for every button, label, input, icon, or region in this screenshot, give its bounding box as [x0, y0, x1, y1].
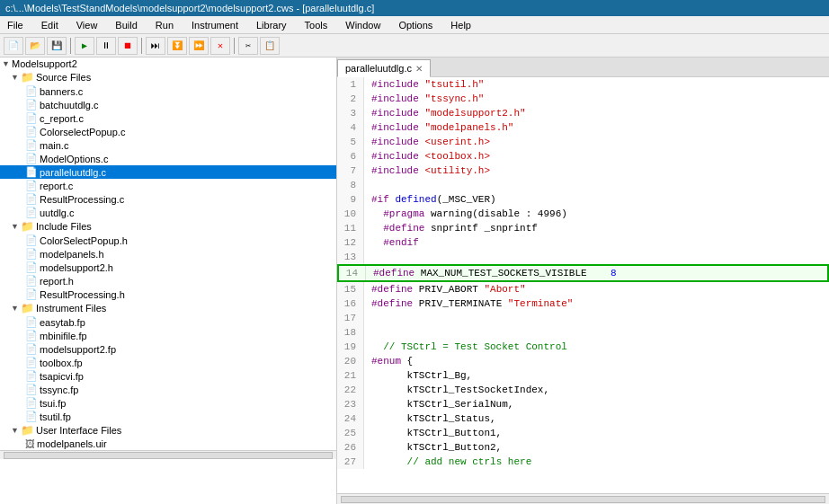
menu-item-help[interactable]: Help — [447, 19, 475, 31]
file-icon: 📄 — [25, 180, 38, 191]
code-line-9: 9 #if defined(_MSC_VER) — [337, 192, 829, 207]
file-modelpanels-h[interactable]: 📄modelpanels.h — [0, 247, 336, 261]
line-content-22: kTSCtrl_TestSocketIndex, — [364, 383, 549, 397]
menu-item-instrument[interactable]: Instrument — [188, 19, 242, 31]
code-line-23: 23 kTSCtrl_SerialNum, — [337, 397, 829, 411]
file-main[interactable]: 📄main.c — [0, 138, 336, 152]
line-num-22: 22 — [337, 383, 364, 397]
tree-source-files[interactable]: ▼ 📁 Source Files — [0, 70, 336, 84]
file-tree[interactable]: ▼ Modelsupport2 ▼ 📁 Source Files 📄banner… — [0, 57, 337, 504]
file-uutdlg[interactable]: 📄uutdlg.c — [0, 206, 336, 219]
copy-btn[interactable]: 📋 — [260, 37, 280, 55]
file-batchuutdlg[interactable]: 📄batchuutdlg.c — [0, 98, 336, 111]
tab-paralleluutdlg[interactable]: paralleluutdlg.c ✕ — [337, 59, 431, 77]
stop-btn[interactable]: ⏹ — [118, 37, 138, 55]
file-icon: 📄 — [25, 166, 38, 178]
menu-item-file[interactable]: File — [4, 19, 27, 31]
code-line-4: 4 #include "modelpanels.h" — [337, 120, 829, 135]
line-num-9: 9 — [337, 192, 364, 207]
file-icon: 📄 — [25, 248, 38, 260]
title-text: c:\...\Models\TestStandModels\modelsuppo… — [5, 3, 374, 13]
step3-btn[interactable]: ⏩ — [189, 37, 209, 55]
line-content-26: kTSCtrl_Button2, — [364, 440, 502, 455]
code-line-15: 15 #define PRIV_ABORT "Abort" — [337, 282, 829, 296]
line-num-10: 10 — [337, 207, 364, 221]
menu-item-edit[interactable]: Edit — [38, 19, 62, 31]
file-toolbox-fp[interactable]: 📄toolbox.fp — [0, 356, 336, 369]
line-content-2: #include "tssync.h" — [364, 92, 484, 106]
abort-btn[interactable]: ✕ — [210, 37, 230, 55]
include-folder-icon: 📁 — [21, 220, 34, 233]
line-num-6: 6 — [337, 149, 364, 164]
line-content-4: #include "modelpanels.h" — [364, 120, 513, 135]
instrument-folder-icon: 📁 — [21, 302, 34, 314]
menu-item-library[interactable]: Library — [253, 19, 290, 31]
code-editor[interactable]: paralleluutdlg.c ✕ 1 #include "tsutil.h"… — [337, 57, 829, 504]
file-resultprocessing[interactable]: 📄ResultProcessing.c — [0, 192, 336, 206]
line-num-12: 12 — [337, 235, 364, 250]
menu-item-tools[interactable]: Tools — [301, 19, 332, 31]
file-paralleluutdlg[interactable]: 📄paralleluutdlg.c — [0, 165, 336, 179]
tree-ui-files[interactable]: ▼ 📁 User Interface Files — [0, 423, 336, 438]
menu-item-window[interactable]: Window — [342, 19, 384, 31]
line-content-19: // TSCtrl = Test Socket Control — [364, 340, 567, 354]
menu-item-options[interactable]: Options — [395, 19, 436, 31]
sep1 — [70, 38, 71, 54]
file-modelsupport2-h[interactable]: 📄modelsupport2.h — [0, 261, 336, 274]
include-expand: ▼ — [11, 222, 20, 231]
file-modelpanels-uir[interactable]: 🖼modelpanels.uir — [0, 438, 336, 450]
file-tsutil[interactable]: 📄tsutil.fp — [0, 410, 336, 423]
file-tsui[interactable]: 📄tsui.fp — [0, 396, 336, 410]
tree-include-files[interactable]: ▼ 📁 Include Files — [0, 219, 336, 234]
step-btn[interactable]: ⏭ — [146, 37, 165, 55]
file-colorselect[interactable]: 📄ColorselectPopup.c — [0, 125, 336, 138]
pause-btn[interactable]: ⏸ — [96, 37, 116, 55]
file-tssync[interactable]: 📄tssync.fp — [0, 383, 336, 396]
line-content-17 — [364, 311, 371, 325]
file-icon: 📄 — [25, 411, 38, 422]
line-num-5: 5 — [337, 135, 364, 149]
file-easytab[interactable]: 📄easytab.fp — [0, 315, 336, 329]
source-expand: ▼ — [11, 73, 20, 82]
run-btn[interactable]: ▶ — [75, 37, 94, 55]
tree-root[interactable]: ▼ Modelsupport2 — [0, 57, 336, 70]
menu-item-run[interactable]: Run — [152, 19, 177, 31]
menu-item-build[interactable]: Build — [111, 19, 140, 31]
step2-btn[interactable]: ⏬ — [167, 37, 187, 55]
file-c-report[interactable]: 📄c_report.c — [0, 111, 336, 125]
new-btn[interactable]: 📄 — [4, 37, 23, 55]
code-line-21: 21 kTSCtrl_Bg, — [337, 368, 829, 383]
line-num-3: 3 — [337, 106, 364, 120]
line-content-16: #define PRIV_TERMINATE "Terminate" — [364, 296, 573, 311]
file-modeloptions[interactable]: 📄ModelOptions.c — [0, 152, 336, 165]
line-num-16: 16 — [337, 296, 364, 311]
file-report[interactable]: 📄report.c — [0, 179, 336, 192]
file-icon: 📄 — [25, 112, 38, 124]
line-num-13: 13 — [337, 250, 364, 264]
line-num-7: 7 — [337, 164, 364, 178]
line-num-26: 26 — [337, 440, 364, 455]
code-area[interactable]: 1 #include "tsutil.h" 2 #include "tssync… — [337, 77, 829, 493]
tree-scrollbar[interactable] — [0, 450, 336, 459]
code-line-16: 16 #define PRIV_TERMINATE "Terminate" — [337, 296, 829, 311]
file-icon: 📄 — [25, 316, 38, 328]
line-num-20: 20 — [337, 354, 364, 368]
line-content-15: #define PRIV_ABORT "Abort" — [364, 282, 526, 296]
file-resultprocessing-h[interactable]: 📄ResultProcessing.h — [0, 287, 336, 301]
file-colorselectpopup-h[interactable]: 📄ColorSelectPopup.h — [0, 234, 336, 247]
line-content-27: // add new ctrls here — [364, 455, 531, 469]
horizontal-scrollbar[interactable] — [337, 493, 829, 504]
cut-btn[interactable]: ✂ — [238, 37, 258, 55]
file-banners[interactable]: 📄banners.c — [0, 84, 336, 98]
tab-close-btn[interactable]: ✕ — [415, 64, 423, 74]
save-btn[interactable]: 💾 — [47, 37, 67, 55]
line-content-23: kTSCtrl_SerialNum, — [364, 397, 513, 411]
file-mbinifile[interactable]: 📄mbinifile.fp — [0, 329, 336, 342]
code-line-7: 7 #include <utility.h> — [337, 164, 829, 178]
file-tsapicvi[interactable]: 📄tsapicvi.fp — [0, 369, 336, 383]
file-report-h[interactable]: 📄report.h — [0, 274, 336, 287]
tree-instrument-files[interactable]: ▼ 📁 Instrument Files — [0, 301, 336, 315]
menu-item-view[interactable]: View — [73, 19, 102, 31]
open-btn[interactable]: 📂 — [25, 37, 45, 55]
file-modelsupport2-fp[interactable]: 📄modelsupport2.fp — [0, 342, 336, 356]
